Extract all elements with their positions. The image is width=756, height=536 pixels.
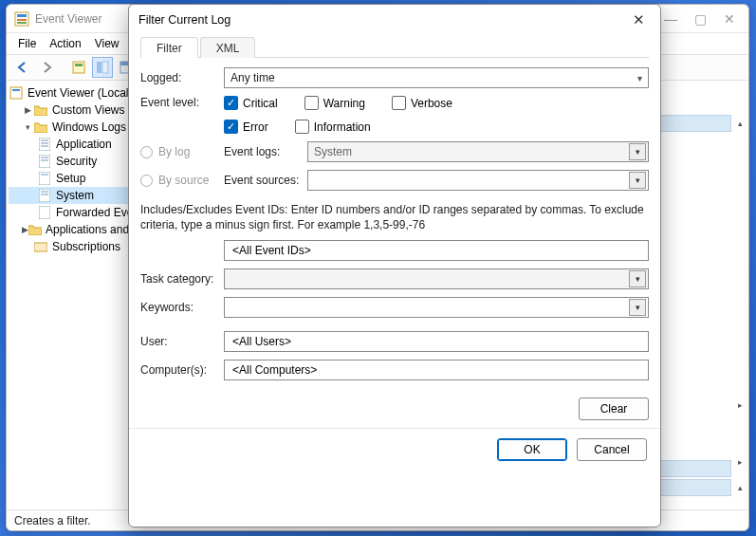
chevron-right-icon[interactable]: ▶ xyxy=(22,105,33,115)
tree-root-label: Event Viewer (Local) xyxy=(28,86,133,100)
keywords-combo[interactable]: ▾ xyxy=(224,297,649,318)
toolbar-icon-2[interactable] xyxy=(92,57,113,78)
event-sources-label: Event sources: xyxy=(224,174,307,187)
menu-file[interactable]: File xyxy=(18,37,36,50)
information-checkbox[interactable]: Information xyxy=(295,120,371,134)
keywords-label: Keywords: xyxy=(140,301,224,314)
chevron-right-icon[interactable]: ▶ xyxy=(22,225,28,234)
tab-xml[interactable]: XML xyxy=(200,37,256,58)
folder-icon xyxy=(28,222,42,237)
expand-right-icon[interactable]: ▸ xyxy=(733,398,747,412)
dropdown-icon[interactable]: ▾ xyxy=(629,172,646,189)
svg-rect-5 xyxy=(75,64,83,66)
svg-rect-6 xyxy=(97,62,101,73)
svg-rect-4 xyxy=(73,62,84,73)
status-text: Creates a filter. xyxy=(14,514,91,527)
menu-action[interactable]: Action xyxy=(49,37,81,50)
svg-rect-3 xyxy=(17,22,27,24)
event-ids-input[interactable] xyxy=(224,240,649,261)
filter-dialog: Filter Current Log ✕ Filter XML Logged: … xyxy=(128,4,661,527)
by-log-radio: By log xyxy=(140,145,224,158)
event-logs-value: System xyxy=(314,145,352,158)
menu-view[interactable]: View xyxy=(95,37,120,50)
event-sources-combo[interactable]: ▾ xyxy=(307,170,649,191)
toolbar-icon-1[interactable] xyxy=(68,57,89,78)
error-checkbox[interactable]: Error xyxy=(224,120,268,134)
svg-rect-24 xyxy=(39,206,50,219)
svg-rect-25 xyxy=(34,243,47,251)
log-icon xyxy=(37,154,52,169)
dropdown-icon: ▾ xyxy=(629,270,646,287)
cancel-button[interactable]: Cancel xyxy=(577,438,647,461)
task-category-combo: ▾ xyxy=(224,268,649,289)
maximize-button[interactable]: ▢ xyxy=(694,12,707,26)
log-icon xyxy=(37,205,52,220)
log-icon xyxy=(37,188,52,203)
expand-right-icon[interactable]: ▸ xyxy=(733,455,747,469)
folder-open-icon xyxy=(33,120,48,135)
event-level-label: Event level: xyxy=(140,96,224,109)
task-category-label: Task category: xyxy=(140,272,224,286)
svg-rect-19 xyxy=(39,172,50,185)
svg-rect-7 xyxy=(102,62,108,73)
warning-checkbox[interactable]: Warning xyxy=(304,96,365,110)
chevron-down-icon[interactable]: ▾ xyxy=(22,122,33,132)
event-viewer-icon xyxy=(14,11,29,27)
user-label: User: xyxy=(140,335,224,348)
clear-button[interactable]: Clear xyxy=(579,397,649,420)
event-logs-label: Event logs: xyxy=(224,145,307,158)
logged-label: Logged: xyxy=(140,71,224,84)
user-field[interactable] xyxy=(230,334,642,349)
logged-select[interactable]: Any time ▾ xyxy=(224,67,649,88)
back-button[interactable] xyxy=(12,57,33,78)
dialog-title: Filter Current Log xyxy=(138,13,627,27)
svg-rect-2 xyxy=(17,19,27,21)
dropdown-icon[interactable]: ▾ xyxy=(629,299,646,316)
collapse-up-icon[interactable]: ▴ xyxy=(733,481,747,494)
forward-button[interactable] xyxy=(36,57,57,78)
log-icon xyxy=(37,171,52,186)
chevron-down-icon: ▾ xyxy=(637,73,642,83)
by-source-radio: By source xyxy=(140,174,224,187)
computers-field[interactable] xyxy=(230,362,642,378)
svg-rect-21 xyxy=(39,189,50,202)
subscriptions-icon xyxy=(33,239,48,254)
tab-strip: Filter XML xyxy=(140,35,649,58)
collapse-up-icon[interactable]: ▴ xyxy=(733,117,747,130)
dialog-close-button[interactable]: ✕ xyxy=(627,9,651,30)
minimize-button[interactable]: — xyxy=(664,12,677,26)
close-button[interactable]: ✕ xyxy=(724,12,735,26)
ok-button[interactable]: OK xyxy=(497,438,567,461)
log-icon xyxy=(37,137,52,152)
critical-checkbox[interactable]: Critical xyxy=(224,96,278,110)
svg-rect-10 xyxy=(10,87,22,99)
event-ids-field[interactable] xyxy=(230,243,642,258)
logged-value: Any time xyxy=(230,71,275,84)
dropdown-icon: ▾ xyxy=(629,143,646,160)
tab-filter[interactable]: Filter xyxy=(140,37,198,58)
svg-rect-12 xyxy=(39,138,50,151)
computers-input[interactable] xyxy=(224,360,649,380)
event-viewer-tree-icon xyxy=(9,85,24,101)
svg-rect-11 xyxy=(12,89,20,91)
dialog-titlebar: Filter Current Log ✕ xyxy=(129,5,660,35)
verbose-checkbox[interactable]: Verbose xyxy=(392,96,452,110)
folder-icon xyxy=(33,102,48,118)
svg-rect-1 xyxy=(17,14,27,17)
svg-rect-16 xyxy=(39,155,50,168)
event-ids-description: Includes/Excludes Event IDs: Enter ID nu… xyxy=(140,202,649,232)
event-logs-combo: System ▾ xyxy=(307,141,649,162)
computers-label: Computer(s): xyxy=(140,363,224,377)
window-buttons: — ▢ ✕ xyxy=(664,12,735,26)
user-input[interactable] xyxy=(224,331,649,352)
